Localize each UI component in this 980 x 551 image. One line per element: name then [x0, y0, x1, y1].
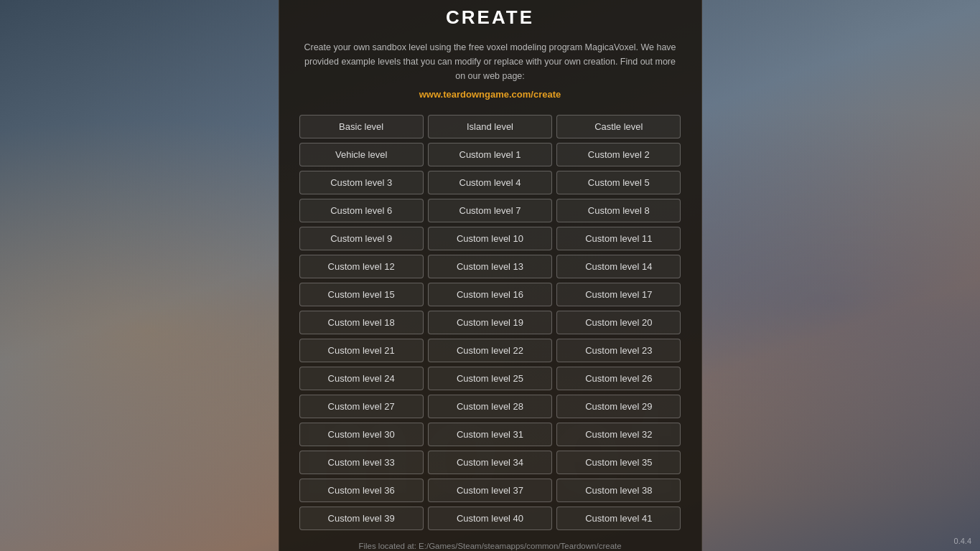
modal-title: CREATE: [299, 6, 681, 29]
level-button-26[interactable]: Custom level 23: [556, 339, 681, 362]
level-button-14[interactable]: Custom level 11: [556, 227, 681, 250]
level-button-9[interactable]: Custom level 6: [299, 199, 424, 222]
level-button-33[interactable]: Custom level 30: [299, 423, 424, 446]
level-button-1[interactable]: Island level: [428, 115, 552, 138]
level-button-42[interactable]: Custom level 39: [299, 507, 424, 530]
level-button-23[interactable]: Custom level 20: [556, 311, 681, 334]
level-button-10[interactable]: Custom level 7: [428, 199, 552, 222]
level-button-41[interactable]: Custom level 38: [556, 479, 681, 502]
level-button-7[interactable]: Custom level 4: [428, 171, 552, 194]
level-button-25[interactable]: Custom level 22: [428, 339, 552, 362]
level-button-13[interactable]: Custom level 10: [428, 227, 552, 250]
level-button-21[interactable]: Custom level 18: [299, 311, 424, 334]
modal-link[interactable]: www.teardowngame.com/create: [419, 89, 561, 100]
level-button-39[interactable]: Custom level 36: [299, 479, 424, 502]
level-button-35[interactable]: Custom level 32: [556, 423, 681, 446]
level-button-34[interactable]: Custom level 31: [428, 423, 552, 446]
level-button-30[interactable]: Custom level 27: [299, 395, 424, 418]
levels-grid: Basic levelIsland levelCastle levelVehic…: [299, 115, 681, 530]
modal-link-container: www.teardowngame.com/create: [299, 88, 681, 100]
level-button-28[interactable]: Custom level 25: [428, 367, 552, 390]
level-button-44[interactable]: Custom level 41: [556, 507, 681, 530]
level-button-38[interactable]: Custom level 35: [556, 451, 681, 474]
level-button-6[interactable]: Custom level 3: [299, 171, 424, 194]
level-button-15[interactable]: Custom level 12: [299, 255, 424, 278]
level-button-3[interactable]: Vehicle level: [299, 143, 424, 166]
level-button-5[interactable]: Custom level 2: [556, 143, 681, 166]
level-button-43[interactable]: Custom level 40: [428, 507, 552, 530]
level-button-31[interactable]: Custom level 28: [428, 395, 552, 418]
create-modal: CREATE Create your own sandbox level usi…: [279, 0, 702, 551]
level-button-19[interactable]: Custom level 16: [428, 283, 552, 306]
level-button-36[interactable]: Custom level 33: [299, 451, 424, 474]
level-button-22[interactable]: Custom level 19: [428, 311, 552, 334]
level-button-32[interactable]: Custom level 29: [556, 395, 681, 418]
level-button-12[interactable]: Custom level 9: [299, 227, 424, 250]
level-button-16[interactable]: Custom level 13: [428, 255, 552, 278]
modal-footer: Files located at: E:/Games/Steam/steamap…: [299, 542, 681, 550]
level-button-0[interactable]: Basic level: [299, 115, 424, 138]
version-text: 0.4.4: [954, 537, 971, 545]
level-button-40[interactable]: Custom level 37: [428, 479, 552, 502]
level-button-11[interactable]: Custom level 8: [556, 199, 681, 222]
level-button-24[interactable]: Custom level 21: [299, 339, 424, 362]
level-button-2[interactable]: Castle level: [556, 115, 681, 138]
level-button-20[interactable]: Custom level 17: [556, 283, 681, 306]
level-button-8[interactable]: Custom level 5: [556, 171, 681, 194]
level-button-37[interactable]: Custom level 34: [428, 451, 552, 474]
level-button-27[interactable]: Custom level 24: [299, 367, 424, 390]
modal-description: Create your own sandbox level using the …: [299, 40, 681, 83]
level-button-4[interactable]: Custom level 1: [428, 143, 552, 166]
level-button-17[interactable]: Custom level 14: [556, 255, 681, 278]
level-button-29[interactable]: Custom level 26: [556, 367, 681, 390]
level-button-18[interactable]: Custom level 15: [299, 283, 424, 306]
